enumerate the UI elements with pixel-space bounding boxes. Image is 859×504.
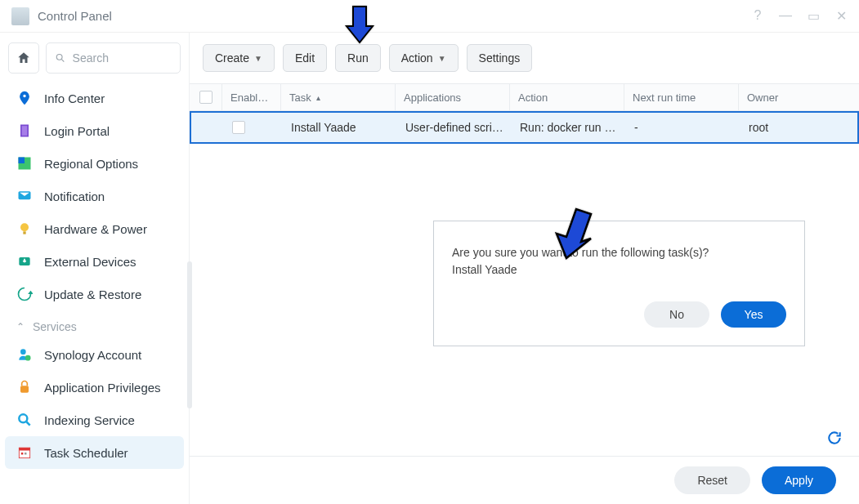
header-checkbox-col[interactable] bbox=[190, 84, 222, 110]
svg-point-0 bbox=[56, 54, 62, 60]
sidebar-item-info-center[interactable]: Info Center bbox=[5, 82, 184, 114]
content-area: Create▼ Edit Run Action▼ Settings Enabl…… bbox=[190, 33, 859, 504]
window-title: Control Panel bbox=[38, 9, 751, 23]
sidebar-item-update[interactable]: Update & Restore bbox=[5, 278, 184, 310]
sidebar-item-external[interactable]: External Devices bbox=[5, 245, 184, 278]
door-icon bbox=[16, 123, 33, 139]
sidebar-item-app-privileges[interactable]: Application Privileges bbox=[5, 371, 184, 404]
maximize-icon[interactable]: ▭ bbox=[807, 8, 820, 24]
cell-action: Run: docker run … bbox=[512, 113, 626, 142]
dialog-line2: Install Yaade bbox=[452, 261, 786, 279]
table-header: Enabl… Task▴ Applications Action Next ru… bbox=[190, 83, 859, 111]
enabled-checkbox[interactable] bbox=[232, 121, 245, 134]
indexing-icon bbox=[16, 412, 33, 428]
sidebar-item-label: Update & Restore bbox=[44, 288, 141, 301]
sort-asc-icon: ▴ bbox=[316, 93, 320, 102]
sidebar-item-label: Info Center bbox=[44, 91, 105, 105]
cell-applications: User-defined scri… bbox=[397, 113, 512, 142]
sidebar-item-task-scheduler[interactable]: Task Scheduler bbox=[5, 436, 184, 469]
svg-point-2 bbox=[23, 95, 25, 97]
cell-next-run: - bbox=[626, 113, 740, 142]
header-task[interactable]: Task▴ bbox=[281, 84, 396, 110]
caret-down-icon: ▼ bbox=[254, 54, 262, 63]
svg-rect-17 bbox=[19, 448, 29, 450]
close-icon[interactable]: ✕ bbox=[834, 8, 848, 24]
sidebar-item-login-portal[interactable]: Login Portal bbox=[5, 114, 184, 147]
edit-button[interactable]: Edit bbox=[283, 44, 327, 72]
svg-rect-19 bbox=[25, 453, 27, 455]
section-label: Services bbox=[33, 320, 77, 333]
svg-point-14 bbox=[19, 414, 27, 422]
svg-point-11 bbox=[20, 349, 26, 355]
svg-line-1 bbox=[61, 60, 64, 62]
search-icon bbox=[55, 51, 66, 65]
chevron-up-icon: ⌃ bbox=[16, 321, 25, 332]
calendar-icon bbox=[16, 444, 33, 461]
settings-button[interactable]: Settings bbox=[467, 44, 533, 72]
app-icon bbox=[11, 7, 29, 25]
refresh-icon[interactable] bbox=[826, 430, 843, 450]
header-action[interactable]: Action bbox=[510, 84, 624, 110]
lock-icon bbox=[16, 379, 33, 395]
sidebar-item-label: Application Privileges bbox=[44, 381, 161, 395]
cell-task: Install Yaade bbox=[283, 113, 397, 142]
search-field[interactable] bbox=[46, 42, 181, 74]
apply-button[interactable]: Apply bbox=[762, 466, 836, 494]
svg-line-15 bbox=[27, 422, 30, 426]
run-button[interactable]: Run bbox=[335, 44, 381, 72]
sidebar-item-notification[interactable]: Notification bbox=[5, 180, 184, 212]
svg-rect-9 bbox=[23, 231, 25, 234]
dialog-no-button[interactable]: No bbox=[644, 301, 709, 328]
title-bar: Control Panel ? — ▭ ✕ bbox=[0, 0, 859, 33]
globe-icon bbox=[16, 155, 33, 172]
help-icon[interactable]: ? bbox=[751, 8, 764, 24]
confirm-dialog: Are you sure you want to run the followi… bbox=[433, 221, 805, 346]
header-owner[interactable]: Owner bbox=[739, 84, 859, 110]
sidebar-item-label: Hardware & Power bbox=[44, 222, 147, 236]
update-icon bbox=[16, 286, 33, 302]
bulb-icon bbox=[16, 221, 33, 237]
search-input[interactable] bbox=[73, 51, 172, 65]
action-button[interactable]: Action▼ bbox=[389, 44, 459, 72]
services-section-header[interactable]: ⌃ Services bbox=[5, 310, 184, 338]
header-enabled[interactable]: Enabl… bbox=[222, 84, 281, 110]
footer: Reset Apply bbox=[190, 456, 859, 504]
svg-rect-6 bbox=[19, 158, 25, 164]
minimize-icon[interactable]: — bbox=[779, 8, 792, 24]
table-row[interactable]: Install Yaade User-defined scri… Run: do… bbox=[190, 111, 859, 144]
bell-icon bbox=[16, 188, 33, 204]
sidebar-item-hardware[interactable]: Hardware & Power bbox=[5, 212, 184, 245]
sidebar-item-indexing[interactable]: Indexing Service bbox=[5, 404, 184, 436]
sidebar-item-label: Synology Account bbox=[44, 348, 141, 362]
select-all-checkbox[interactable] bbox=[199, 91, 213, 104]
cell-owner: root bbox=[740, 113, 857, 142]
sidebar-item-synology-account[interactable]: Synology Account bbox=[5, 338, 184, 371]
external-icon bbox=[16, 253, 33, 270]
sidebar-item-label: Regional Options bbox=[44, 157, 138, 171]
dialog-line1: Are you sure you want to run the followi… bbox=[452, 244, 786, 261]
sidebar-item-label: Task Scheduler bbox=[44, 446, 128, 460]
svg-rect-4 bbox=[22, 126, 28, 136]
header-applications[interactable]: Applications bbox=[396, 84, 510, 110]
sidebar-item-label: Notification bbox=[44, 190, 105, 203]
create-button[interactable]: Create▼ bbox=[203, 44, 275, 72]
reset-button[interactable]: Reset bbox=[674, 466, 750, 494]
dialog-yes-button[interactable]: Yes bbox=[721, 301, 786, 328]
sidebar-item-regional[interactable]: Regional Options bbox=[5, 147, 184, 180]
sidebar-item-label: Indexing Service bbox=[44, 413, 135, 427]
sidebar-item-label: Login Portal bbox=[44, 124, 110, 138]
svg-rect-18 bbox=[21, 453, 23, 455]
home-icon bbox=[16, 51, 31, 65]
sidebar: Info Center Login Portal Regional Option… bbox=[0, 33, 190, 504]
svg-point-12 bbox=[25, 355, 31, 361]
account-icon bbox=[16, 346, 33, 363]
info-icon bbox=[16, 90, 33, 106]
svg-rect-13 bbox=[20, 386, 29, 392]
svg-point-8 bbox=[20, 223, 29, 231]
home-button[interactable] bbox=[8, 42, 39, 74]
header-next-run[interactable]: Next run time bbox=[624, 84, 739, 110]
sidebar-item-label: External Devices bbox=[44, 255, 136, 269]
caret-down-icon: ▼ bbox=[438, 54, 446, 63]
toolbar: Create▼ Edit Run Action▼ Settings bbox=[190, 33, 859, 83]
